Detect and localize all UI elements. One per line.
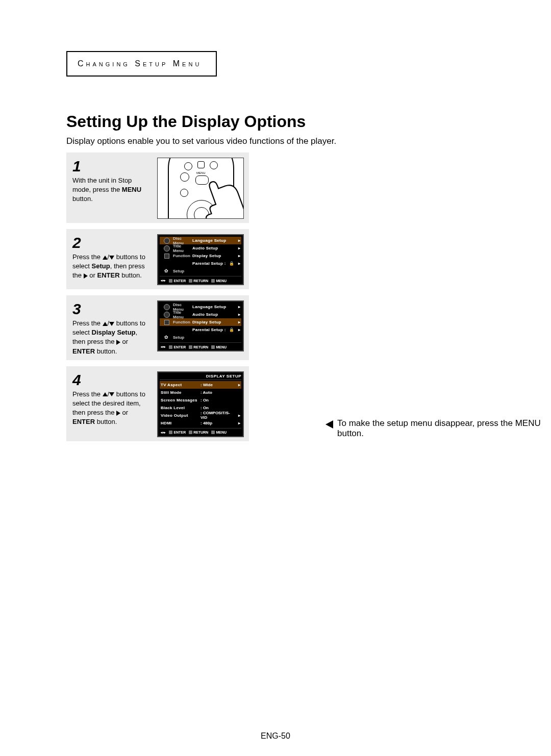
chapter-heading: Changing Setup Menu xyxy=(78,59,202,68)
steps-column: 1 With the unit in Stop mode, press the … xyxy=(66,153,249,441)
step-2: 2 Press the / buttons to select Setup, t… xyxy=(66,229,249,295)
remote-illustration: MENU ENTER xyxy=(157,158,244,219)
osd-row: Screen Messages: On xyxy=(160,396,241,404)
step-1: 1 With the unit in Stop mode, press the … xyxy=(66,153,249,229)
osd-row: Video Output: COMPOSIT/S-VID▸ xyxy=(160,412,241,419)
down-icon xyxy=(109,256,114,260)
intro-text: Display options enable you to set variou… xyxy=(66,136,485,146)
osd-footer: ◂▪▸ ENTER RETURN MENU xyxy=(160,276,241,284)
step-3: 3 Press the / buttons to select Display … xyxy=(66,295,249,366)
note-pointer-icon xyxy=(325,420,333,429)
chapter-heading-box: Changing Setup Menu xyxy=(66,51,217,77)
up-icon xyxy=(103,256,108,260)
osd-row: TV Aspect: Wide▸ xyxy=(160,381,241,389)
lock-icon: 🔒 xyxy=(228,261,235,266)
step-number: 1 xyxy=(72,158,152,175)
gear-icon: ✿ xyxy=(164,335,170,340)
gear-icon: ✿ xyxy=(164,268,170,274)
step-number: 3 xyxy=(72,300,152,318)
osd-setup-menu: Disc MenuLanguage Setup▸ Title MenuAudio… xyxy=(157,234,244,285)
step-number: 2 xyxy=(72,234,152,251)
side-note: To make the setup menu disappear, press … xyxy=(325,418,550,439)
osd-row: Still Mode: Auto xyxy=(160,389,241,396)
down-icon xyxy=(109,322,114,326)
right-icon xyxy=(84,273,88,279)
osd-setup-menu-display: Disc MenuLanguage Setup▸ Title MenuAudio… xyxy=(157,300,244,351)
up-icon xyxy=(103,392,108,396)
page-number: ENG-50 xyxy=(0,732,551,741)
osd-footer: ◂▪▸ ENTER RETURN MENU xyxy=(160,342,241,350)
right-icon xyxy=(116,411,120,416)
down-icon xyxy=(109,392,114,396)
step-2-text: Press the / buttons to select Setup, the… xyxy=(72,253,152,281)
osd-display-setup: DISPLAY SETUP TV Aspect: Wide▸Still Mode… xyxy=(157,371,244,437)
right-icon xyxy=(116,340,120,345)
step-number: 4 xyxy=(72,371,152,389)
lock-icon: 🔒 xyxy=(228,327,235,332)
step-4: 4 Press the / buttons to select the desi… xyxy=(66,366,249,441)
note-text: To make the setup menu disappear, press … xyxy=(337,418,550,439)
osd-footer: ◂▪▸ ENTER RETURN MENU xyxy=(160,428,241,436)
step-1-text: With the unit in Stop mode, press the ME… xyxy=(72,176,152,204)
page-title: Setting Up the Display Options xyxy=(66,112,485,131)
step-3-text: Press the / buttons to select Display Se… xyxy=(72,319,152,356)
step-4-text: Press the / buttons to select the desire… xyxy=(72,390,152,427)
osd-row: HDMI: 480p▸ xyxy=(160,419,241,427)
osd-title: DISPLAY SETUP xyxy=(160,374,241,380)
page: Changing Setup Menu Setting Up the Displ… xyxy=(66,51,485,441)
up-icon xyxy=(103,322,108,326)
